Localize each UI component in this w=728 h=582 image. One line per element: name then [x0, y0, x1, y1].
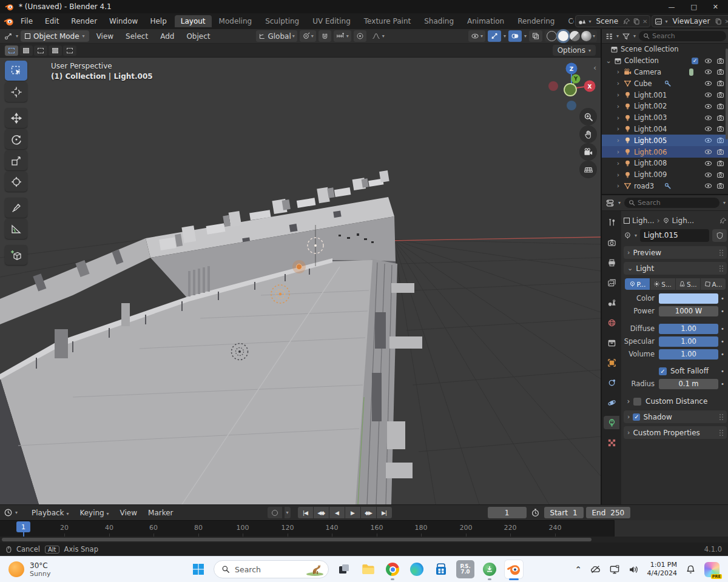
camera-view-button[interactable] — [579, 143, 597, 161]
custom-distance-row[interactable]: › Custom Distance — [624, 395, 727, 407]
custom-distance-label[interactable]: Custom Distance — [641, 397, 707, 406]
disable-render-icon[interactable] — [716, 159, 724, 167]
tab-output[interactable] — [604, 256, 619, 269]
panel-light[interactable]: ⌄ Light — [624, 262, 727, 275]
task-view-button[interactable] — [335, 560, 353, 578]
outliner-row-light004[interactable]: › Light.004 — [602, 124, 728, 135]
expand-icon[interactable]: › — [615, 159, 621, 167]
outliner-display-caret[interactable]: ▾ — [616, 33, 619, 39]
expand-icon[interactable]: › — [615, 79, 621, 87]
frame-end-field[interactable]: End 250 — [586, 507, 631, 518]
prev-keyframe-button[interactable]: ◀◆ — [314, 507, 329, 518]
tab-collection[interactable] — [604, 336, 619, 349]
light-type-sun-button[interactable]: S... — [650, 278, 675, 290]
outliner-row-light009[interactable]: › Light.009 — [602, 169, 728, 181]
menu-marker[interactable]: Marker — [144, 507, 177, 518]
tool-measure[interactable] — [5, 219, 27, 239]
hide-eye-icon[interactable] — [704, 114, 712, 122]
frame-start-field[interactable]: Start 1 — [544, 507, 584, 518]
workspace-tab-layout[interactable]: Layout — [175, 15, 212, 27]
file-explorer-button[interactable] — [359, 560, 377, 578]
timeline-ruler[interactable]: 20 40 60 80 100 120 140 160 180 200 220 … — [0, 520, 614, 537]
power-field[interactable]: 1000 W — [659, 306, 718, 316]
taskbar-search[interactable] — [214, 560, 329, 578]
remove-viewlayer-icon[interactable]: ✕ — [724, 18, 728, 25]
overlays-dropdown-caret[interactable]: ▾ — [524, 33, 527, 39]
disable-render-icon[interactable] — [716, 91, 724, 99]
properties-editor-icon[interactable] — [605, 199, 615, 207]
workspace-tab-uv-editing[interactable]: UV Editing — [306, 15, 357, 27]
disable-render-icon[interactable] — [716, 57, 724, 65]
disable-render-icon[interactable] — [716, 182, 724, 190]
workspace-tab-texture-paint[interactable]: Texture Paint — [358, 15, 417, 27]
weather-widget[interactable]: 30°C Sunny — [0, 561, 59, 578]
zoom-button[interactable] — [579, 108, 597, 125]
object-name[interactable]: Light.008 — [634, 159, 702, 167]
workspace-tab-sculpting[interactable]: Sculpting — [259, 15, 305, 27]
tab-render[interactable] — [604, 236, 619, 249]
animate-dot[interactable]: • — [718, 295, 727, 302]
idm-button[interactable] — [480, 560, 499, 578]
timeline-scrollbar-track[interactable] — [0, 537, 728, 543]
diffuse-slider[interactable]: 1.00 — [659, 324, 718, 334]
outliner-filter-icon[interactable] — [622, 32, 630, 41]
menu-timeline-view[interactable]: View — [116, 507, 141, 518]
workspace-tab-modeling[interactable]: Modeling — [213, 15, 258, 27]
playhead-chip[interactable]: 1 — [16, 521, 30, 532]
tab-world[interactable] — [604, 316, 619, 329]
outliner-row-collection[interactable]: ⌄ Collection ✓ — [602, 55, 728, 67]
panel-grip[interactable] — [720, 268, 721, 269]
breadcrumb-data[interactable]: Ligh... — [672, 216, 695, 225]
disable-render-icon[interactable] — [716, 171, 724, 179]
fake-user-button[interactable] — [712, 229, 727, 242]
tool-scale[interactable] — [5, 150, 27, 170]
object-name[interactable]: road3 — [634, 182, 662, 190]
photoshop-button[interactable]: P.S.7.0 — [456, 560, 474, 578]
xray-toggle[interactable] — [529, 30, 542, 42]
expand-icon[interactable]: › — [615, 91, 621, 99]
object-name[interactable]: Light.003 — [634, 113, 702, 122]
display-cast-icon[interactable] — [609, 564, 620, 575]
sidebar-collapse-arrow[interactable]: ‹ — [593, 63, 596, 72]
light-type-spot-button[interactable]: S... — [676, 278, 701, 290]
outliner-row-camera[interactable]: › Camera — [602, 67, 728, 78]
hide-eye-icon[interactable] — [704, 125, 712, 133]
disable-render-icon[interactable] — [716, 125, 724, 133]
jump-to-start-button[interactable]: |◀ — [298, 507, 313, 518]
outliner-row-light001[interactable]: › Light.001 — [602, 89, 728, 101]
outliner-row-light002[interactable]: › Light.002 — [602, 101, 728, 112]
viewlayer-dropdown-caret[interactable]: ▾ — [665, 19, 667, 24]
outliner-row-light006-selected[interactable]: › Light.006 — [602, 146, 728, 158]
object-name[interactable]: Light.005 — [634, 136, 702, 145]
tool-add-cube[interactable] — [5, 245, 27, 265]
light-type-point-button[interactable]: P... — [625, 278, 650, 290]
editor-type-caret[interactable]: ▾ — [16, 33, 18, 39]
breadcrumb-object[interactable]: Ligh... — [632, 216, 655, 225]
volume-icon[interactable] — [629, 564, 639, 575]
menu-object[interactable]: Object — [181, 31, 215, 42]
light-id-icon[interactable] — [624, 232, 632, 239]
panel-grip[interactable] — [720, 252, 721, 253]
tool-cursor[interactable] — [5, 82, 27, 102]
gizmos-toggle[interactable] — [488, 30, 501, 42]
light-type-area-button[interactable]: A... — [701, 278, 726, 290]
pin-id-icon[interactable] — [720, 217, 727, 224]
timeline-editor-caret[interactable]: ▾ — [15, 510, 18, 515]
menu-select[interactable]: Select — [121, 31, 153, 42]
transform-orientation-dropdown[interactable]: Global ▾ — [256, 30, 297, 42]
menu-window[interactable]: Window — [104, 15, 143, 27]
menu-render[interactable]: Render — [66, 15, 103, 27]
scene-dropdown-caret[interactable]: ▾ — [588, 19, 591, 24]
shading-solid-button[interactable] — [558, 31, 568, 41]
expand-icon[interactable]: › — [615, 114, 621, 122]
hide-eye-icon[interactable] — [704, 136, 712, 144]
current-frame-field[interactable]: 1 — [488, 507, 527, 518]
tool-select-box[interactable] — [5, 61, 27, 81]
outliner-display-mode-icon[interactable] — [605, 32, 613, 41]
tab-tool[interactable] — [604, 216, 619, 229]
hide-eye-icon[interactable] — [704, 91, 712, 99]
panel-grip[interactable] — [720, 432, 721, 433]
outliner-row-light003[interactable]: › Light.003 — [602, 112, 728, 124]
object-name[interactable]: Light.001 — [634, 91, 702, 99]
expand-icon[interactable]: › — [615, 68, 621, 76]
